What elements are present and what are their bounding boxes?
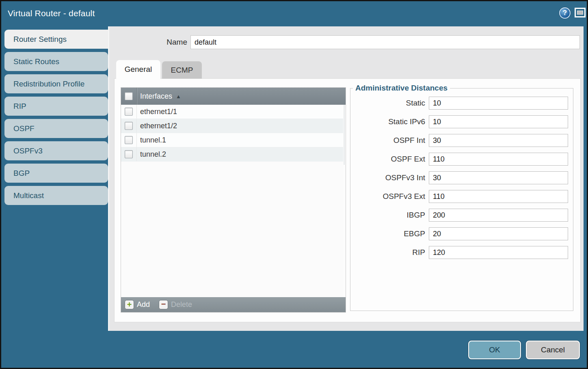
interfaces-column-header: Interfaces: [140, 92, 172, 101]
row-checkbox[interactable]: [125, 122, 133, 130]
interfaces-table-header: Interfaces ▲: [121, 88, 346, 105]
select-all-checkbox[interactable]: [125, 92, 133, 100]
scrollbar-track[interactable]: [343, 105, 346, 297]
ibgp-input[interactable]: [429, 209, 568, 222]
rip-label: RIP: [412, 248, 425, 257]
field-row: Static IPv6: [350, 115, 568, 128]
column-separator: [136, 147, 137, 161]
ospfv3-int-input[interactable]: [429, 171, 568, 184]
static-input[interactable]: [429, 97, 568, 110]
virtual-router-dialog: Virtual Router - default ? Router Settin…: [0, 0, 588, 369]
window-restore-icon[interactable]: [575, 8, 586, 17]
ospfv3-ext-input[interactable]: [429, 190, 568, 203]
help-icon[interactable]: ?: [559, 7, 571, 19]
delete-button-label: Delete: [171, 300, 192, 309]
interface-name: tunnel.2: [140, 150, 166, 159]
field-row: RIP: [350, 246, 568, 259]
dialog-title: Virtual Router - default: [8, 1, 95, 26]
ok-button[interactable]: OK: [468, 341, 521, 359]
cancel-button[interactable]: Cancel: [526, 341, 580, 359]
row-checkbox[interactable]: [125, 150, 133, 158]
rip-input[interactable]: [429, 246, 568, 259]
add-button-label: Add: [137, 300, 150, 309]
table-row[interactable]: tunnel.1: [121, 133, 346, 147]
column-separator: [136, 133, 137, 147]
interfaces-table-footer: + Add − Delete: [121, 297, 346, 312]
field-row: OSPFv3 Ext: [350, 190, 568, 203]
ospf-ext-label: OSPF Ext: [391, 155, 425, 164]
column-separator: [136, 88, 137, 105]
ospf-ext-input[interactable]: [429, 153, 568, 166]
field-row: IBGP: [350, 209, 568, 222]
ospf-int-input[interactable]: [429, 134, 568, 147]
ebgp-label: EBGP: [404, 229, 425, 238]
static-ipv6-input[interactable]: [429, 115, 568, 128]
static-ipv6-label: Static IPv6: [388, 117, 425, 126]
tab-general[interactable]: General: [116, 60, 160, 79]
row-checkbox[interactable]: [125, 136, 133, 144]
interfaces-rows: ethernet1/1 ethernet1/2 tunnel.1: [121, 105, 346, 297]
window-restore-glyph: [577, 11, 583, 15]
field-row: EBGP: [350, 227, 568, 240]
administrative-distances-legend: Administrative Distances: [353, 84, 450, 93]
interface-name: tunnel.1: [140, 136, 166, 145]
table-row[interactable]: ethernet1/2: [121, 119, 346, 133]
interface-name: ethernet1/1: [140, 108, 177, 116]
sidebar-item-multicast[interactable]: Multicast: [4, 186, 108, 205]
sidebar-item-router-settings[interactable]: Router Settings: [4, 30, 108, 49]
delete-minus-icon: −: [159, 300, 168, 309]
ospfv3-int-label: OSPFv3 Int: [385, 173, 425, 182]
administrative-distances-rows: Static Static IPv6 OSPF Int OSPF Ext: [350, 93, 573, 259]
sort-asc-icon[interactable]: ▲: [176, 93, 181, 99]
field-row: Static: [350, 97, 568, 110]
scrollbar-thumb[interactable]: [344, 105, 344, 165]
table-row[interactable]: ethernet1/1: [121, 105, 346, 119]
field-row: OSPF Ext: [350, 153, 568, 166]
sidebar-item-static-routes[interactable]: Static Routes: [4, 52, 108, 71]
sidebar-item-redistribution-profile[interactable]: Redistribution Profile: [4, 74, 108, 93]
delete-button[interactable]: − Delete: [159, 300, 192, 309]
interfaces-table: Interfaces ▲ ethernet1/1 ethernet1/2: [121, 87, 346, 313]
interface-name: ethernet1/2: [140, 122, 177, 130]
sidebar-item-ospf[interactable]: OSPF: [4, 119, 108, 138]
column-separator: [136, 119, 137, 133]
content-panel: Name General ECMP Interfaces ▲ ethernet1…: [108, 26, 584, 331]
sidebar-item-rip[interactable]: RIP: [4, 97, 108, 116]
static-label: Static: [406, 99, 425, 108]
field-row: OSPF Int: [350, 134, 568, 147]
field-row: OSPFv3 Int: [350, 171, 568, 184]
name-input[interactable]: [190, 35, 580, 49]
add-button[interactable]: + Add: [125, 300, 150, 309]
ebgp-input[interactable]: [429, 227, 568, 240]
sidebar: Router Settings Static Routes Redistribu…: [4, 30, 108, 208]
ospfv3-ext-label: OSPFv3 Ext: [383, 192, 425, 201]
tab-ecmp[interactable]: ECMP: [162, 61, 202, 79]
table-row[interactable]: tunnel.2: [121, 147, 346, 162]
ospf-int-label: OSPF Int: [393, 136, 425, 145]
administrative-distances-fieldset: Administrative Distances Static Static I…: [350, 84, 573, 311]
sidebar-item-ospfv3[interactable]: OSPFv3: [4, 141, 108, 160]
column-separator: [136, 105, 137, 119]
add-plus-icon: +: [125, 300, 134, 309]
name-label: Name: [134, 35, 187, 49]
sidebar-item-bgp[interactable]: BGP: [4, 164, 108, 183]
ibgp-label: IBGP: [407, 211, 425, 220]
row-checkbox[interactable]: [125, 108, 133, 116]
general-tab-panel: Interfaces ▲ ethernet1/1 ethernet1/2: [114, 78, 581, 322]
